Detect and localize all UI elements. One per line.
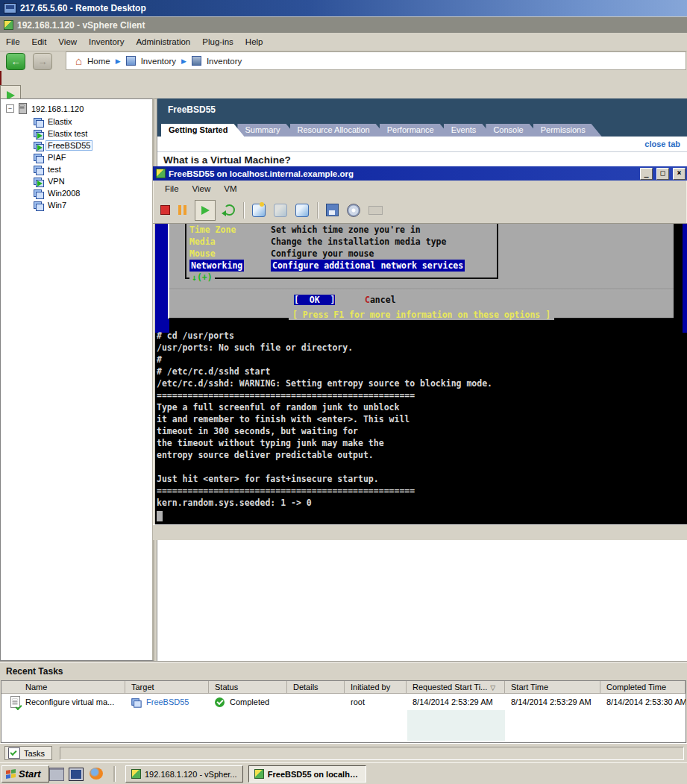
power-off-icon[interactable] [0, 71, 1, 85]
completed-check-icon [215, 697, 225, 707]
menu-help[interactable]: Help [239, 37, 269, 46]
tree-item-test[interactable]: test [1, 163, 152, 175]
column-header-target[interactable]: Target [125, 681, 209, 694]
vm-panel-title: FreeBSD55 [157, 98, 687, 122]
vm-icon [34, 118, 43, 126]
tree-item-win7[interactable]: Win7 [1, 199, 152, 211]
console-window-titlebar[interactable]: FreeBSD55 on localhost.internal.example.… [153, 166, 687, 181]
task-target-link[interactable]: FreeBSD55 [146, 697, 189, 706]
sort-descending-icon: ▽ [490, 684, 495, 692]
taskbar-window-vsphere[interactable]: 192.168.1.120 - vSpher... [125, 765, 243, 783]
vsphere-title: 192.168.1.120 - vSphere Client [17, 20, 145, 31]
main-toolbar [0, 72, 687, 99]
cancel-button[interactable]: Cancel [365, 295, 396, 305]
tree-item-elastix[interactable]: Elastix [1, 116, 152, 128]
menu-view[interactable]: View [186, 184, 217, 193]
close-tab-link[interactable]: close tab [644, 139, 680, 148]
revert-snapshot-icon[interactable] [274, 204, 287, 217]
tree-item-elastix-test[interactable]: Elastix test [1, 128, 152, 139]
forward-button[interactable]: → [33, 53, 52, 70]
console-window-statusbar [153, 524, 687, 540]
menu-vm[interactable]: VM [218, 184, 242, 193]
taskbar-window-console[interactable]: FreeBSD55 on localho... [248, 765, 366, 783]
breadcrumb-inventory-2[interactable]: Inventory [207, 57, 242, 66]
window-button-label: 192.168.1.120 - vSpher... [145, 770, 237, 779]
menu-row-networking-selected[interactable]: Networking Configure additional network … [186, 260, 497, 272]
tree-item-freebsd55[interactable]: FreeBSD55 [1, 139, 152, 151]
vm-label: Win2008 [48, 189, 80, 198]
tab-resource-allocation[interactable]: Resource Allocation [290, 124, 386, 137]
column-header-requested-start-time[interactable]: Requested Start Ti...▽ [407, 681, 505, 694]
recent-tasks-header: Recent Tasks [0, 661, 687, 680]
vm-label-selected: FreeBSD55 [46, 140, 92, 151]
vm-label: Elastix [48, 117, 72, 126]
vm-label: Win7 [48, 201, 66, 210]
tree-item-vpn[interactable]: VPN [1, 175, 152, 187]
task-name: Reconfigure virtual ma... [25, 697, 114, 706]
cd-dvd-icon[interactable] [347, 204, 360, 217]
back-button[interactable]: ← [6, 53, 25, 70]
snapshot-manager-icon[interactable] [295, 204, 309, 217]
vsphere-app-icon [254, 769, 264, 779]
column-header-initiated-by[interactable]: Initiated by [345, 681, 407, 694]
console-window-title: FreeBSD55 on localhost.internal.example.… [169, 169, 636, 178]
column-header-details[interactable]: Details [287, 681, 345, 694]
edit-settings-icon[interactable] [326, 204, 339, 216]
maximize-button[interactable]: □ [656, 168, 669, 180]
take-snapshot-icon[interactable] [252, 204, 266, 217]
firefox-icon[interactable] [90, 768, 103, 780]
collapse-icon[interactable]: − [6, 104, 14, 113]
tree-host-label[interactable]: 192.168.1.120 [31, 104, 84, 113]
close-button[interactable]: × [673, 168, 686, 180]
tab-console[interactable]: Console [486, 124, 539, 137]
column-header-status[interactable]: Status [209, 681, 287, 694]
menu-row-mouse[interactable]: Mouse Configure your mouse [186, 248, 497, 260]
usb-icon[interactable] [368, 206, 383, 215]
breadcrumb-inventory[interactable]: Inventory [141, 57, 176, 66]
ok-button[interactable]: [ OK ] [294, 295, 335, 305]
sysinstall-menu: Time Zone Set which time zone you're in … [185, 224, 498, 279]
remote-desktop-icon [4, 3, 16, 13]
menu-row-media[interactable]: Media Change the installation media type [186, 236, 497, 248]
menu-view[interactable]: View [52, 37, 83, 46]
tab-summary[interactable]: Summary [237, 124, 296, 137]
tasks-panel-button[interactable]: Tasks [4, 746, 52, 760]
menu-inventory[interactable]: Inventory [83, 37, 130, 46]
tab-performance[interactable]: Performance [380, 124, 451, 137]
column-header-name[interactable]: Name [1, 681, 125, 694]
tree-item-piaf[interactable]: PIAF [1, 151, 152, 163]
tasks-icon [8, 747, 20, 759]
tab-events[interactable]: Events [444, 124, 493, 137]
task-row[interactable]: Reconfigure virtual ma... FreeBSD55 Comp… [1, 694, 686, 710]
power-off-icon[interactable] [160, 205, 170, 215]
vm-label: Elastix test [48, 129, 87, 138]
toolbar-separator [243, 202, 244, 219]
column-header-start-time[interactable]: Start Time [505, 681, 600, 694]
tree-item-win2008[interactable]: Win2008 [1, 187, 152, 199]
breadcrumb-home[interactable]: Home [87, 57, 110, 66]
reset-icon[interactable] [224, 204, 235, 216]
show-desktop-icon[interactable] [69, 768, 84, 781]
menu-file[interactable]: File [159, 184, 185, 193]
menu-row-timezone[interactable]: Time Zone Set which time zone you're in [186, 225, 497, 236]
tab-permissions[interactable]: Permissions [533, 124, 602, 137]
start-button[interactable]: Start [1, 765, 49, 783]
vm-icon [34, 154, 43, 162]
tab-getting-started[interactable]: Getting Started [161, 124, 244, 137]
menu-file[interactable]: File [0, 37, 26, 46]
quicklaunch-server-icon[interactable] [49, 768, 64, 781]
windows-taskbar: Start 192.168.1.120 - vSpher... FreeBSD5… [0, 762, 687, 784]
menu-edit[interactable]: Edit [26, 37, 53, 46]
power-on-button[interactable] [195, 200, 216, 221]
menu-administration[interactable]: Administration [130, 37, 196, 46]
column-header-completed-time[interactable]: Completed Time [600, 681, 686, 694]
minimize-button[interactable]: _ [640, 168, 653, 180]
task-requested-start-time: 8/14/2014 2:53:29 AM [407, 694, 505, 710]
menu-plugins[interactable]: Plug-ins [196, 37, 239, 46]
tasks-label: Tasks [24, 749, 45, 758]
taskbar-separator [113, 766, 115, 782]
suspend-icon[interactable] [178, 205, 186, 215]
divider [157, 151, 687, 152]
application-statusbar: Tasks [0, 743, 687, 763]
vm-console-screen[interactable]: Time Zone Set which time zone you're in … [155, 224, 687, 524]
